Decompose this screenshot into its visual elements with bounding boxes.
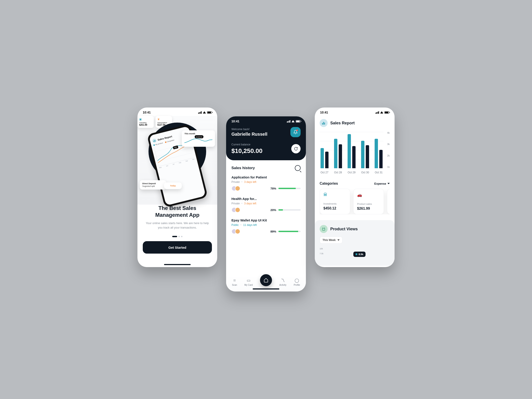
- history-item-avatars: [231, 207, 240, 213]
- progress-bar: [279, 209, 301, 211]
- status-time: 10:41: [320, 111, 328, 114]
- nav-profile[interactable]: ◯ Profile: [294, 278, 300, 286]
- history-item-percent: 20%: [270, 208, 276, 212]
- history-item-deadline: 3 days left: [244, 202, 256, 205]
- history-item-percent: 89%: [270, 230, 276, 233]
- status-bar: 10:41: [315, 108, 395, 116]
- wifi-icon: [203, 111, 206, 114]
- battery-icon: [296, 120, 301, 123]
- user-name: Gabrielle Russell: [231, 132, 267, 137]
- status-bar: 10:41: [226, 116, 306, 125]
- history-item-title: Epay Wallet App UI Kit: [231, 218, 301, 222]
- progress-bar: [279, 231, 301, 232]
- onboarding-hero: Sales Report My product Competitor 820: [137, 116, 217, 205]
- svg-text:$2,000.00: $2,000.00: [196, 136, 202, 138]
- category-card[interactable]: 🏛 Investments $450.12: [320, 189, 350, 214]
- views-tooltip: 8.9k: [353, 252, 366, 257]
- chart-bar: [325, 152, 329, 168]
- signal-icon: [198, 111, 202, 114]
- search-icon[interactable]: [295, 165, 301, 171]
- product-views-title: Product Views: [330, 227, 358, 231]
- svg-rect-2: [155, 140, 156, 141]
- home-indicator: [253, 288, 279, 290]
- car-icon: ▣: [139, 118, 152, 121]
- chart-bar: [375, 139, 378, 168]
- history-item-visibility: Private: [231, 202, 240, 205]
- float-direct-deposit: Direct Deposit Sugested split: [140, 180, 166, 190]
- chart-bar: [366, 145, 369, 168]
- nav-scan[interactable]: ⌗ Scan: [232, 278, 237, 286]
- nav-activity[interactable]: 〽 Activity: [279, 278, 286, 286]
- chevron-down-icon: [387, 183, 390, 184]
- wifi-icon: [380, 111, 383, 114]
- svg-rect-6: [323, 122, 324, 125]
- history-item-title: Application for Patient: [231, 175, 301, 179]
- category-label: Product sales: [357, 203, 380, 205]
- category-icon: 🚗: [357, 192, 380, 197]
- chevron-down-icon: [337, 239, 340, 241]
- battery-icon: [207, 111, 212, 114]
- category-value: $261.99: [357, 207, 380, 211]
- sales-bar-chart: 4k3k2k1k Oct 27Oct 28Oct 29Oct 30Oct 31: [320, 132, 390, 176]
- profile-icon: ◯: [295, 278, 299, 283]
- notifications-button[interactable]: [290, 127, 301, 137]
- history-item[interactable]: Application for Patient Private • 3 days…: [231, 175, 301, 191]
- activity-icon: 〽: [281, 278, 285, 283]
- bag-icon: [320, 225, 328, 233]
- history-item-title: Health App for...: [231, 197, 301, 201]
- scan-icon: ⌗: [234, 278, 236, 283]
- history-item-percent: 78%: [270, 187, 276, 190]
- history-item[interactable]: Epay Wallet App UI Kit Public • 11 days …: [231, 218, 301, 234]
- svg-rect-1: [154, 140, 155, 142]
- chart-bar: [321, 148, 324, 168]
- svg-rect-7: [324, 123, 325, 125]
- signal-icon: [287, 120, 291, 123]
- onboarding-subtitle: Your online sales starts here. We are he…: [144, 221, 211, 230]
- crown-icon: ♛: [157, 118, 170, 121]
- chart-bar: [334, 139, 337, 168]
- status-time: 10:41: [231, 120, 239, 123]
- history-item-visibility: Public: [231, 223, 239, 227]
- chart-icon: [152, 138, 157, 143]
- status-bar: 10:41: [137, 108, 217, 116]
- screen-onboarding: 10:41 Sales Report My produ: [137, 108, 217, 267]
- history-item[interactable]: Health App for... Private • 3 days left …: [231, 197, 301, 213]
- history-item-visibility: Private: [231, 180, 240, 184]
- chart-bar: [352, 146, 355, 168]
- category-value: $450.12: [323, 206, 347, 210]
- balance-label: Current balance: [231, 143, 262, 146]
- category-card[interactable]: ♛ Subscription $127.99: [387, 189, 390, 214]
- battery-icon: [384, 111, 389, 114]
- nav-mycard[interactable]: ▭ My Card: [244, 278, 253, 286]
- sales-history-title: Sales history: [231, 166, 255, 170]
- chart-bar: [348, 134, 351, 168]
- category-card[interactable]: 🚗 Product sales $261.99: [353, 189, 384, 214]
- categories-title: Categories: [320, 182, 338, 185]
- float-this-month: This month $2,000.00: [182, 130, 215, 147]
- categories-filter[interactable]: Expense: [374, 182, 390, 185]
- period-selector[interactable]: This Week: [320, 236, 342, 244]
- home-indicator: [164, 264, 191, 265]
- refresh-button[interactable]: [291, 144, 301, 153]
- get-started-button[interactable]: Get Started: [143, 241, 212, 253]
- chart-bar: [379, 150, 383, 168]
- svg-rect-0: [153, 141, 154, 142]
- status-icons: [375, 111, 389, 114]
- status-icons: [198, 111, 212, 114]
- page-dots[interactable]: [137, 236, 217, 237]
- onboarding-title: The Best Sales Management App: [144, 205, 211, 218]
- card-icon: ▭: [247, 278, 250, 283]
- screen-report: 10:41 Sales Report 4k3k2k1k: [315, 108, 395, 267]
- status-icons: [287, 120, 301, 123]
- chart-bar: [361, 141, 364, 168]
- nav-home[interactable]: [260, 274, 272, 286]
- svg-rect-5: [322, 123, 323, 125]
- history-item-avatars: [231, 186, 240, 191]
- chart-bar: [339, 144, 342, 168]
- wifi-icon: [291, 120, 295, 122]
- float-today: Today: [164, 183, 182, 189]
- status-time: 10:41: [143, 111, 151, 114]
- welcome-label: Welcome back!: [231, 128, 267, 131]
- chart-icon: [320, 119, 328, 127]
- category-label: Investments: [323, 202, 347, 205]
